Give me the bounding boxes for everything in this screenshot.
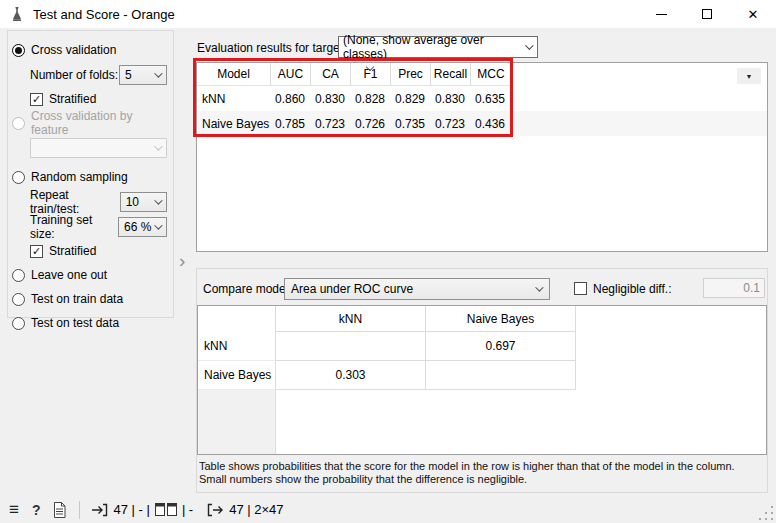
- comparison-footnote: Table shows probabilities that the score…: [199, 460, 765, 486]
- cell-f1: 0.828: [351, 86, 391, 111]
- statusbar: ≡ ? 47 | - | | - 47 | 2×47: [0, 496, 776, 523]
- sampling-options-panel: Cross validation Number of folds: 5 ✓ St…: [7, 30, 174, 318]
- column-header-recall[interactable]: Recall: [431, 63, 471, 86]
- cell-mcc: 0.436: [471, 111, 511, 136]
- column-header-f1[interactable]: F1: [351, 63, 391, 86]
- comparison-table: kNN Naive Bayes kNN 0.697 Naive Bayes 0.…: [197, 305, 767, 455]
- dropdown-triangle-icon: ▼: [746, 73, 753, 80]
- eval-target-label: Evaluation results for target: [197, 41, 343, 55]
- splitter-chevron-icon[interactable]: ›: [179, 250, 185, 272]
- statusbar-divider: [79, 501, 80, 519]
- column-selection-button[interactable]: ▼: [737, 68, 761, 84]
- folds-dropdown[interactable]: 5: [119, 65, 167, 85]
- eval-target-value: (None, show average over classes): [343, 33, 525, 61]
- input-summary-icon: [91, 503, 108, 517]
- radio-icon: [12, 293, 25, 306]
- chevron-down-icon: [154, 196, 162, 204]
- radio-test-on-test[interactable]: Test on test data: [12, 314, 167, 332]
- radio-icon: [12, 317, 25, 330]
- radio-label: Cross validation: [31, 43, 116, 57]
- compare-by-dropdown[interactable]: Area under ROC curve: [284, 278, 550, 300]
- negligible-diff-checkbox[interactable]: [574, 282, 587, 295]
- table-row-knn[interactable]: kNN 0.860 0.830 0.828 0.829 0.830 0.635: [197, 86, 767, 111]
- matrix-corner-cell: [198, 306, 276, 332]
- folds-label: Number of folds:: [30, 68, 118, 82]
- train-size-dropdown[interactable]: 66 %: [118, 217, 167, 237]
- close-icon: ✕: [748, 8, 759, 21]
- radio-test-on-train[interactable]: Test on train data: [12, 290, 167, 308]
- report-icon[interactable]: [53, 502, 66, 518]
- cell-auc: 0.860: [271, 86, 311, 111]
- minimize-button[interactable]: [638, 0, 684, 28]
- results-table-header: Model AUC CA F1 Prec Recall MCC: [197, 63, 767, 86]
- cell-recall: 0.830: [431, 86, 471, 111]
- window-controls: ✕: [638, 0, 776, 28]
- checkbox-label: Stratified: [49, 92, 96, 106]
- cell-ca: 0.723: [311, 111, 351, 136]
- menu-icon[interactable]: ≡: [9, 500, 19, 520]
- compare-models-panel: Compare models by: Area under ROC curve …: [196, 268, 768, 493]
- radio-icon: [12, 117, 25, 130]
- matrix-row-header-filler: [198, 390, 276, 454]
- maximize-icon: [702, 9, 712, 19]
- compare-by-value: Area under ROC curve: [291, 282, 413, 296]
- matrix-cell-nb-knn: 0.303: [276, 361, 426, 390]
- column-header-prec[interactable]: Prec: [391, 63, 431, 86]
- checkbox-label: Stratified: [49, 244, 96, 258]
- radio-label: Random sampling: [31, 170, 128, 184]
- resize-grip[interactable]: [759, 506, 773, 520]
- input-summary-text: 47 | - |: [113, 502, 149, 517]
- model-name: kNN: [197, 86, 271, 111]
- checkbox-stratified-rs[interactable]: ✓ Stratified: [30, 242, 167, 260]
- radio-icon: [12, 269, 25, 282]
- column-header-ca[interactable]: CA: [311, 63, 351, 86]
- maximize-button[interactable]: [684, 0, 730, 28]
- matrix-cell-knn-nb: 0.697: [426, 332, 576, 361]
- repeat-label: Repeat train/test:: [30, 188, 120, 216]
- input-summary-text2: | -: [182, 502, 193, 517]
- radio-label: Test on train data: [31, 292, 123, 306]
- window-title: Test and Score - Orange: [33, 7, 175, 22]
- cell-auc: 0.785: [271, 111, 311, 136]
- learners-icon: [155, 503, 177, 516]
- table-row-naive-bayes[interactable]: Naive Bayes 0.785 0.723 0.726 0.735 0.72…: [197, 111, 767, 136]
- column-header-mcc[interactable]: MCC: [471, 63, 511, 86]
- checkbox-stratified-cv[interactable]: ✓ Stratified: [30, 90, 167, 108]
- column-header-model[interactable]: Model: [197, 63, 271, 86]
- model-name: Naive Bayes: [197, 111, 271, 136]
- chevron-down-icon: [154, 69, 162, 77]
- repeat-dropdown[interactable]: 10: [120, 192, 167, 212]
- radio-random-sampling[interactable]: Random sampling: [12, 168, 167, 186]
- matrix-column-header-knn: kNN: [276, 306, 426, 332]
- radio-label: Cross validation by feature: [31, 109, 167, 137]
- help-icon[interactable]: ?: [32, 502, 41, 518]
- matrix-row-header-knn: kNN: [198, 332, 276, 361]
- radio-leave-one-out[interactable]: Leave one out: [12, 266, 167, 284]
- close-button[interactable]: ✕: [730, 0, 776, 28]
- train-size-label: Training set size:: [30, 213, 118, 241]
- cell-mcc: 0.635: [471, 86, 511, 111]
- chevron-down-icon: [154, 221, 162, 229]
- matrix-column-header-nb: Naive Bayes: [426, 306, 576, 332]
- negligible-diff-label: Negligible diff.:: [593, 282, 672, 296]
- results-table[interactable]: Model AUC CA F1 Prec Recall MCC kNN 0.86…: [196, 62, 768, 252]
- cell-prec: 0.735: [391, 111, 431, 136]
- checkbox-icon: ✓: [30, 93, 43, 106]
- output-summary-icon: [207, 503, 224, 517]
- chevron-down-icon: [525, 41, 533, 49]
- column-header-auc[interactable]: AUC: [271, 63, 311, 86]
- radio-cross-validation[interactable]: Cross validation: [12, 41, 167, 59]
- matrix-cell-nb-nb: [426, 361, 576, 390]
- radio-icon: [12, 44, 25, 57]
- cell-recall: 0.723: [431, 111, 471, 136]
- repeat-value: 10: [126, 195, 139, 209]
- negligible-diff-input[interactable]: [703, 278, 765, 298]
- radio-label: Test on test data: [31, 316, 119, 330]
- eval-target-dropdown[interactable]: (None, show average over classes): [338, 36, 538, 58]
- chevron-down-icon: [535, 283, 543, 291]
- app-icon: [11, 6, 23, 22]
- train-size-value: 66 %: [124, 220, 151, 234]
- radio-cv-by-feature[interactable]: Cross validation by feature: [12, 114, 167, 132]
- chevron-down-icon: [154, 142, 162, 150]
- matrix-cell-knn-knn: [276, 332, 426, 361]
